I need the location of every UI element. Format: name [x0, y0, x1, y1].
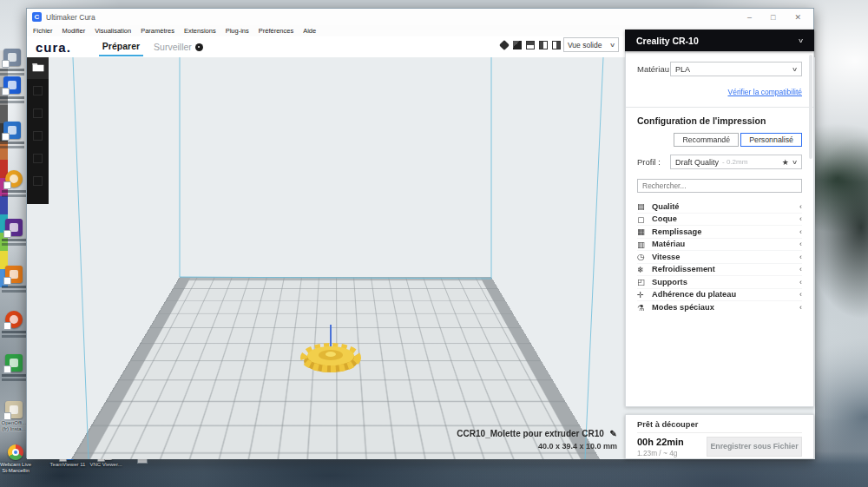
rotate-tool-button[interactable] [27, 124, 49, 147]
desktop-icon-tile[interactable] [3, 49, 21, 66]
chevron-collapse-icon[interactable]: ‹ [799, 202, 802, 211]
desktop-icon-tile[interactable] [5, 266, 23, 283]
chevron-collapse-icon[interactable]: ‹ [799, 227, 802, 236]
chevron-down-icon: ∨ [792, 159, 798, 166]
menu-parametres[interactable]: Paramètres [141, 27, 174, 35]
profile-dropdown[interactable]: Draft Quality - 0.2mm ★ ∨ [670, 155, 802, 169]
model-dimensions: 40.0 x 39.4 x 10.0 mm [391, 442, 617, 451]
minimize-button[interactable]: – [747, 13, 752, 22]
custom-button[interactable]: Personnalisé [740, 133, 802, 147]
material-label: Matériau [637, 64, 669, 74]
cura-app-icon: C [32, 12, 42, 22]
support-icon: ◰ [637, 277, 652, 286]
tab-preparer[interactable]: Préparer [102, 36, 140, 57]
settings-category-supports[interactable]: ◰ Supports ‹ [637, 276, 802, 289]
chevron-collapse-icon[interactable]: ‹ [799, 214, 802, 223]
recommended-button[interactable]: Recommandé [674, 133, 739, 147]
tab-surveiller[interactable]: Surveiller [154, 36, 203, 57]
print-time-estimate: 00h 22min [637, 437, 684, 447]
mirror-tool-button[interactable] [27, 147, 49, 169]
model-name: CCR10_Molette pour extruder CR10 [457, 429, 603, 438]
chevron-collapse-icon[interactable]: ‹ [799, 265, 802, 273]
desktop-icon-tile[interactable] [5, 311, 23, 328]
menu-fichier[interactable]: Fichier [33, 27, 53, 35]
menu-extensions[interactable]: Extensions [184, 27, 216, 35]
edit-name-pencil-icon[interactable]: ✎ [610, 429, 617, 438]
menu-preferences[interactable]: Préférences [259, 27, 293, 35]
settings-category-refroidissement[interactable]: ❄ Refroidissement ‹ [637, 264, 802, 277]
settings-category-adherence[interactable]: ✛ Adhérence du plateau ‹ [637, 289, 802, 302]
print-settings-panel: Matériau PLA ∨ Vérifier la compatibilité… [625, 51, 814, 407]
desktop-icon-tile[interactable] [5, 354, 23, 372]
desktop-icon-tile[interactable] [5, 401, 23, 418]
settings-category-modes-speciaux[interactable]: ⚗ Modes spéciaux ‹ [637, 301, 802, 314]
left-toolbar [27, 55, 49, 204]
desktop-background: OpenOffi... (fr) Insta... Webcam Live St… [0, 0, 868, 487]
support-blocker-tool-button[interactable] [27, 169, 49, 192]
cura-window: C Ultimaker Cura – □ ✕ Fichier Modifier … [26, 8, 814, 458]
model-molette[interactable] [296, 323, 365, 380]
desktop-icon-tile[interactable] [5, 219, 23, 236]
settings-category-list: ▤ Qualité ‹ ▢ Coque ‹ ▦ Remplissage ‹ ▥ … [637, 201, 802, 314]
panel-scrollbar[interactable] [809, 55, 812, 159]
chevron-collapse-icon[interactable]: ‹ [799, 240, 802, 248]
special-modes-icon: ⚗ [637, 303, 652, 313]
divider [626, 107, 813, 108]
maximize-button[interactable]: □ [771, 13, 775, 22]
titlebar[interactable]: C Ultimaker Cura – □ ✕ [27, 9, 813, 25]
printer-selector[interactable]: Creality CR-10 ∨ [625, 30, 814, 51]
slice-status: Prêt à découper [637, 420, 802, 429]
bed-adhesion-icon: ✛ [637, 290, 652, 299]
camera-view-toolbar [500, 41, 561, 49]
view-mode-dropdown[interactable]: Vue solide ∨ [563, 37, 619, 52]
desktop-icon-tile[interactable] [3, 122, 21, 139]
shell-icon: ▢ [637, 214, 652, 224]
desktop-icon-tile[interactable] [5, 170, 23, 188]
action-panel: Prêt à découper 00h 22min 1.23m / ~ 4g E… [625, 414, 814, 459]
chevron-down-icon: ∨ [609, 42, 615, 49]
chevron-down-icon: ∨ [792, 66, 798, 73]
menu-aide[interactable]: Aide [303, 27, 316, 35]
profile-label: Profil : [637, 157, 661, 167]
settings-category-qualite[interactable]: ▤ Qualité ‹ [637, 201, 802, 214]
chrome-icon[interactable] [8, 444, 23, 460]
front-view-icon[interactable] [513, 41, 522, 49]
right-view-icon[interactable] [552, 41, 561, 49]
chevron-collapse-icon[interactable]: ‹ [799, 278, 802, 286]
open-folder-icon [32, 62, 44, 72]
left-view-icon[interactable] [539, 41, 548, 49]
print-setup-title: Configuration de l'impression [637, 115, 802, 126]
top-view-icon[interactable] [526, 41, 535, 49]
verify-compatibility-link[interactable]: Vérifier la compatibilité [727, 88, 802, 96]
menu-plugins[interactable]: Plug-ins [226, 27, 249, 35]
chevron-collapse-icon[interactable]: ‹ [799, 253, 802, 261]
model-info: CCR10_Molette pour extruder CR10 ✎ 40.0 … [391, 429, 617, 451]
quality-icon: ▤ [637, 201, 652, 211]
settings-category-vitesse[interactable]: ◷ Vitesse ‹ [637, 251, 802, 264]
save-to-file-button[interactable]: Enregistrer sous Fichier [707, 437, 802, 457]
infill-icon: ▦ [637, 227, 652, 236]
menu-visualisation[interactable]: Visualisation [95, 27, 131, 35]
cura-logo: cura. [36, 40, 71, 55]
star-icon[interactable]: ★ [782, 158, 789, 167]
settings-category-remplissage[interactable]: ▦ Remplissage ‹ [637, 226, 802, 239]
speed-icon: ◷ [637, 252, 652, 261]
material-dropdown[interactable]: PLA ∨ [670, 62, 802, 76]
desktop-icon-tile[interactable] [3, 76, 21, 94]
material-icon: ▥ [637, 240, 652, 249]
chevron-collapse-icon[interactable]: ‹ [799, 303, 802, 312]
chevron-collapse-icon[interactable]: ‹ [799, 290, 802, 299]
window-title: Ultimaker Cura [46, 13, 95, 22]
settings-category-materiau[interactable]: ▥ Matériau ‹ [637, 239, 802, 252]
3d-view-icon[interactable] [499, 40, 510, 50]
menu-modifier[interactable]: Modifier [62, 27, 86, 35]
settings-category-coque[interactable]: ▢ Coque ‹ [637, 214, 802, 227]
move-tool-button[interactable] [27, 79, 49, 102]
scale-tool-button[interactable] [27, 102, 49, 124]
monitor-status-icon [195, 43, 203, 51]
close-button[interactable]: ✕ [794, 13, 801, 22]
open-file-button[interactable] [27, 55, 49, 79]
desktop-icon-label: Webcam Live St-Marcellin [0, 462, 35, 474]
desktop-icon-label: VNC Viewer... [87, 462, 125, 468]
settings-search-input[interactable] [637, 179, 802, 193]
